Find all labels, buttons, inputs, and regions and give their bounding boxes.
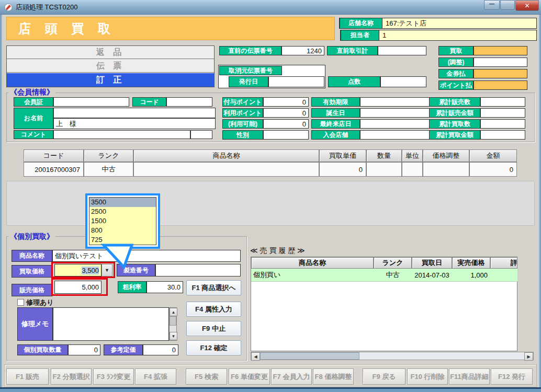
mode-button-correct[interactable]: 訂 正 [7, 73, 214, 87]
sell-price-label: 販売価格 [12, 284, 52, 296]
store-name-value[interactable]: 167:テスト店 [382, 19, 426, 28]
table-row[interactable]: 200167000307 中古 0 0 [24, 162, 517, 177]
pay-buy-label: 買取 [438, 46, 474, 55]
scroll-thumb[interactable] [170, 316, 176, 326]
repair-memo-scrollbar[interactable]: ▲ ▼ [169, 307, 177, 341]
toolbar-f6-unit-price[interactable]: F6 単価変更 [229, 368, 270, 385]
price-dropdown-popup: 3500 2500 1500 800 725 [85, 193, 160, 249]
toolbar-f7-member[interactable]: F7 会員入力 [271, 368, 312, 385]
history-cell-sold-price: 1,000 [452, 269, 490, 282]
hscroll-thumb[interactable] [260, 352, 359, 360]
prev-slip-field[interactable]: 1240 [281, 46, 324, 55]
pay-voucher-field [474, 69, 527, 78]
window-title: 店頭処理 TCST0200 [16, 0, 77, 15]
history-hscrollbar[interactable]: ◀ ▶ [251, 352, 534, 360]
points-count-field[interactable] [380, 76, 426, 87]
member-name-field[interactable]: 上 様 [53, 118, 216, 129]
total-sales-amount-label: 累計販売金額 [429, 108, 480, 118]
cancel-f9-button[interactable]: F9 中止 [186, 321, 241, 336]
repair-memo-textarea[interactable] [53, 307, 169, 341]
mode-button-correct-label: 訂 正 [96, 75, 125, 86]
dropdown-option[interactable]: 3500 [89, 198, 156, 207]
prev-total-label: 直前取引計 [327, 46, 378, 55]
store-name-label: 店舗名称 [340, 18, 382, 29]
toolbar-f3-rank[interactable]: F3 ﾗﾝｸ変更 [93, 368, 134, 385]
cancel-slip-field[interactable] [282, 66, 324, 75]
scroll-right-icon: ▶ [527, 354, 530, 359]
dropdown-option[interactable]: 1500 [89, 216, 156, 226]
attr-input-button[interactable]: F4 属性入力 [186, 302, 241, 317]
toolbar-f9-back[interactable]: F9 戻る [363, 368, 405, 385]
history-section-title: ≪ 売 買 履 歴 ≫ [250, 246, 305, 256]
items-header-code: コード [24, 149, 84, 162]
product-name-label: 商品名称 [12, 250, 52, 262]
issue-date-field[interactable] [268, 76, 324, 87]
app-icon [4, 3, 13, 11]
toolbar-f4-extend[interactable]: F4 拡張 [135, 368, 176, 385]
staff-value[interactable]: 1 [379, 31, 386, 39]
close-button[interactable]: ✕ [515, 0, 539, 11]
member-code-field[interactable] [166, 97, 212, 107]
hscroll-left-button[interactable]: ◀ [251, 352, 260, 361]
prev-total-field[interactable] [378, 46, 426, 55]
individual-qty-field[interactable]: 0 [68, 344, 100, 355]
available-points-field: 0 [263, 119, 309, 129]
list-price-field[interactable]: 0 [143, 344, 178, 355]
use-points-field: 0 [263, 108, 309, 118]
item-cell-unit [402, 162, 423, 177]
scroll-up-button[interactable]: ▲ [170, 308, 177, 316]
item-cell-adjust [423, 162, 469, 177]
toolbar-f1-sell[interactable]: F1 販売 [6, 368, 49, 385]
pay-point-field [474, 80, 527, 90]
product-select-button[interactable]: F1 商品選択へ [186, 280, 241, 295]
margin-field: 30.0 [146, 281, 183, 293]
member-section-title: 《会員情報》 [8, 88, 55, 97]
screen-banner: 店 頭 買 取 [6, 17, 335, 40]
member-name-kana-field[interactable] [53, 108, 216, 118]
scroll-up-icon: ▲ [172, 310, 176, 315]
pay-adjust-field[interactable] [474, 57, 527, 67]
hscroll-right-button[interactable]: ▶ [524, 352, 533, 361]
pay-point-label: ポイント払 [438, 80, 474, 90]
mode-button-return[interactable]: 返 品 [7, 46, 214, 59]
items-header-product: 商品名称 [133, 149, 319, 162]
member-comment-label: コメント [14, 130, 53, 139]
last-visit-field [360, 119, 430, 129]
buy-price-label: 買取価格 [12, 265, 52, 278]
items-header-rank: ランク [84, 149, 133, 162]
toolbar-f5-search[interactable]: F5 検索 [186, 368, 227, 385]
gender-label: 性別 [222, 130, 263, 140]
repair-memo-label: 修理メモ [17, 307, 53, 341]
member-comment-field[interactable] [53, 130, 190, 139]
history-row[interactable]: 個別買い 中古 2014-07-03 1,000 [251, 269, 517, 282]
maximize-button[interactable]: □ [500, 0, 515, 10]
points-count-label: 点数 [328, 76, 380, 87]
staff-box: 担当者 1 [340, 30, 537, 41]
window-border-right [539, 15, 541, 392]
grant-points-label: 付与ポイント [222, 97, 263, 107]
toolbar-f2-category[interactable]: F2 分類選択 [51, 368, 92, 385]
toolbar-f10-delete-row[interactable]: F10 行削除 [407, 368, 448, 385]
total-buy-amount-label: 累計買取金額 [429, 130, 480, 140]
member-comment-extra-field[interactable] [190, 130, 212, 139]
product-name-field[interactable]: 個別買いテスト [52, 250, 241, 262]
repair-checkbox[interactable] [17, 299, 24, 306]
dropdown-option[interactable]: 800 [89, 226, 156, 235]
price-dropdown-list[interactable]: 3500 2500 1500 800 725 [89, 197, 156, 245]
scroll-down-button[interactable]: ▼ [170, 332, 177, 340]
member-card-field[interactable] [53, 97, 129, 107]
toolbar-f12-issue[interactable]: F12 発行 [491, 368, 533, 385]
confirm-f12-button[interactable]: F12 確定 [186, 340, 241, 355]
total-sales-amount-field [480, 108, 525, 118]
toolbar-f8-price-adjust[interactable]: F8 価格調整 [313, 368, 354, 385]
mode-button-slip[interactable]: 伝 票 [7, 60, 214, 73]
items-header-qty: 数量 [366, 149, 402, 162]
dropdown-option[interactable]: 2500 [89, 207, 156, 216]
serial-field[interactable] [155, 264, 241, 276]
history-header-product: 商品名称 [251, 257, 374, 269]
history-header-detail: 詳 [490, 257, 517, 269]
minimize-button[interactable]: — [484, 0, 500, 10]
expiry-field [360, 97, 430, 107]
toolbar-f11-product-detail[interactable]: F11商品詳細 [449, 368, 490, 385]
window-border-left [0, 15, 2, 392]
